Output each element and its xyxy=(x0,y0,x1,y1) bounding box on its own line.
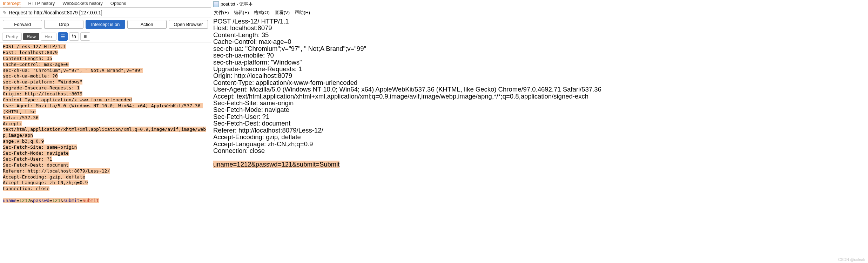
render-icon[interactable]: ☰ xyxy=(58,32,68,41)
menu-icon[interactable]: ≡ xyxy=(80,32,90,41)
request-line: ✎ Request to http://localhost:8079 [127.… xyxy=(0,8,211,18)
menu-file[interactable]: 文件(F) xyxy=(214,9,229,16)
burp-pane: Intercept HTTP history WebSockets histor… xyxy=(0,0,211,263)
tab-ws-history[interactable]: WebSockets history xyxy=(62,0,103,7)
notepad-pane: post.txt - 记事本 文件(F) 编辑(E) 格式(O) 查看(V) 帮… xyxy=(211,0,868,263)
pretty-tab[interactable]: Pretty xyxy=(2,33,22,41)
notepad-title-bar: post.txt - 记事本 xyxy=(211,0,868,8)
menu-edit[interactable]: 编辑(E) xyxy=(234,9,249,16)
menu-help[interactable]: 帮助(H) xyxy=(295,9,310,16)
notepad-body[interactable]: POST /Less-12/ HTTP/1.1Host: localhost:8… xyxy=(211,17,868,263)
forward-button[interactable]: Forward xyxy=(3,20,42,29)
menu-view[interactable]: 查看(V) xyxy=(275,9,290,16)
linewrap-icon[interactable]: \n xyxy=(69,32,79,41)
notepad-menu: 文件(F) 编辑(E) 格式(O) 查看(V) 帮助(H) xyxy=(211,8,868,17)
tab-options[interactable]: Options xyxy=(110,0,126,7)
intercept-toggle-button[interactable]: Intercept is on xyxy=(86,20,125,29)
burp-tabs: Intercept HTTP history WebSockets histor… xyxy=(0,0,211,8)
tab-intercept[interactable]: Intercept xyxy=(3,0,21,7)
edit-icon[interactable]: ✎ xyxy=(3,10,7,15)
raw-request-editor[interactable]: POST /Less-12/ HTTP/1.1Host: localhost:8… xyxy=(0,42,211,263)
notepad-title: post.txt - 记事本 xyxy=(221,1,253,7)
drop-button[interactable]: Drop xyxy=(44,20,83,29)
intercept-buttons: Forward Drop Intercept is on Action Open… xyxy=(0,18,211,31)
action-button[interactable]: Action xyxy=(127,20,167,29)
menu-format[interactable]: 格式(O) xyxy=(254,9,270,16)
hex-tab[interactable]: Hex xyxy=(41,33,56,41)
watermark: CSDN @coleak xyxy=(838,257,865,262)
tab-http-history[interactable]: HTTP history xyxy=(28,0,55,7)
request-target-label: Request to http://localhost:8079 [127.0.… xyxy=(9,10,102,15)
editor-tabs: Pretty Raw Hex ☰ \n ≡ xyxy=(0,31,211,42)
notepad-icon xyxy=(213,1,219,7)
open-browser-button[interactable]: Open Browser xyxy=(169,20,208,29)
raw-tab[interactable]: Raw xyxy=(23,33,39,40)
